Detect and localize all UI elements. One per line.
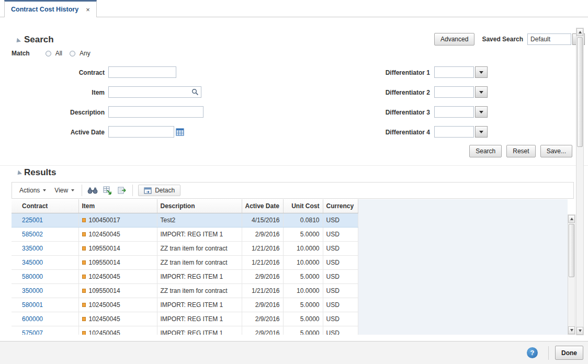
column-header-item[interactable]: Item <box>78 199 157 213</box>
differentiator-4-label: Differentiator 4 <box>352 129 430 136</box>
active-date-field-label: Active Date <box>42 129 105 136</box>
reset-button[interactable]: Reset <box>506 145 535 157</box>
contract-link[interactable]: 335000 <box>22 245 43 252</box>
advanced-button[interactable]: Advanced <box>434 33 474 46</box>
differentiator-2-combo <box>434 86 488 98</box>
item-cell: 109550014 <box>78 283 157 298</box>
table-scroll-down-button[interactable] <box>568 326 575 334</box>
contract-link[interactable]: 580000 <box>22 273 43 280</box>
differentiator-4-input[interactable] <box>434 126 474 138</box>
match-all-radio[interactable] <box>46 51 51 56</box>
chevron-down-icon <box>479 111 483 113</box>
page-scroll-down-button[interactable] <box>576 327 583 335</box>
results-section-title: Results <box>24 167 56 178</box>
query-by-example-icon[interactable] <box>85 184 100 197</box>
item-input[interactable] <box>109 87 189 97</box>
match-any-label: Any <box>80 50 91 57</box>
item-icon <box>82 232 86 236</box>
view-menu-button[interactable]: View <box>50 185 78 196</box>
page-scrollbar-thumb[interactable] <box>577 37 583 147</box>
table-scrollbar[interactable] <box>568 214 575 335</box>
tab-contract-cost-history[interactable]: Contract Cost History × <box>4 0 97 17</box>
page-scroll-up-button[interactable] <box>576 28 583 36</box>
search-actions: Search Reset Save... <box>469 145 572 157</box>
active-date-cell: 1/21/2016 <box>242 283 283 298</box>
saved-search-value[interactable]: Default <box>527 33 571 45</box>
description-cell: ZZ tran item for contract <box>157 283 242 298</box>
table-scroll-up-button[interactable] <box>568 215 575 223</box>
results-collapse-icon[interactable] <box>16 170 22 176</box>
contract-input[interactable] <box>108 66 176 78</box>
column-header-active-date[interactable]: Active Date <box>242 199 283 213</box>
toolbar-separator <box>132 185 133 196</box>
differentiator-3-input[interactable] <box>434 106 474 118</box>
description-input[interactable] <box>108 106 203 118</box>
save-button[interactable]: Save... <box>540 145 572 157</box>
contract-link[interactable]: 580001 <box>22 301 43 309</box>
calendar-icon[interactable] <box>175 127 185 137</box>
differentiator-4-combo <box>434 126 488 138</box>
currency-cell: USD <box>323 283 358 298</box>
differentiator-3-dropdown-button[interactable] <box>475 106 488 118</box>
search-header-controls: Advanced Saved Search Default <box>434 33 585 46</box>
column-header-contract[interactable]: Contract <box>12 199 78 213</box>
active-date-cell: 2/9/2016 <box>242 227 283 241</box>
contract-cell: 585002 <box>12 227 78 241</box>
differentiator-1-label: Differentiator 1 <box>352 69 430 76</box>
toolbar-separator <box>82 185 82 196</box>
differentiator-1-combo <box>434 66 488 78</box>
page-scrollbar[interactable] <box>576 28 584 335</box>
contract-link[interactable]: 350000 <box>22 287 43 294</box>
item-icon <box>82 218 86 222</box>
export-to-excel-icon[interactable] <box>100 184 115 197</box>
contract-link[interactable]: 600000 <box>22 315 43 323</box>
contract-link[interactable]: 225001 <box>22 217 43 224</box>
contract-link[interactable]: 575007 <box>22 329 43 335</box>
differentiator-4-dropdown-button[interactable] <box>475 126 488 138</box>
description-cell: IMPORT: REG ITEM 1 <box>157 312 242 326</box>
tab-close-icon[interactable]: × <box>86 6 90 13</box>
column-header-unit-cost[interactable]: Unit Cost <box>283 199 323 213</box>
contract-link[interactable]: 585002 <box>22 231 43 238</box>
actions-menu-button[interactable]: Actions <box>15 185 50 196</box>
contract-cell: 350000 <box>12 283 78 298</box>
detach-button[interactable]: Detach <box>138 185 180 196</box>
help-icon[interactable]: ? <box>527 347 538 358</box>
contract-link[interactable]: 345000 <box>22 259 43 266</box>
table-row[interactable]: 585002102450045IMPORT: REG ITEM 12/9/201… <box>12 227 358 241</box>
search-collapse-icon[interactable] <box>15 38 21 44</box>
table-row[interactable]: 580000102450045IMPORT: REG ITEM 12/9/201… <box>12 269 358 283</box>
differentiator-1-dropdown-button[interactable] <box>475 66 488 78</box>
column-header-currency[interactable]: Currency <box>323 199 358 213</box>
export-icon[interactable] <box>115 184 129 197</box>
currency-cell: USD <box>323 213 358 227</box>
unit-cost-cell: 10.0000 <box>283 255 323 269</box>
done-button[interactable]: Done <box>555 346 583 360</box>
active-date-cell: 1/21/2016 <box>242 241 283 255</box>
match-any-radio[interactable] <box>70 51 75 56</box>
active-date-cell: 2/9/2016 <box>242 326 283 335</box>
currency-cell: USD <box>323 326 358 335</box>
table-row[interactable]: 225001100450017Test24/15/20160.0810USD <box>12 213 358 227</box>
differentiator-2-input[interactable] <box>434 86 474 98</box>
active-date-input[interactable] <box>108 126 174 138</box>
item-search-icon[interactable] <box>189 87 201 97</box>
unit-cost-cell: 10.0000 <box>283 283 323 298</box>
differentiator-2-dropdown-button[interactable] <box>475 86 488 98</box>
item-cell: 102450045 <box>78 298 157 312</box>
table-scrollbar-thumb[interactable] <box>569 224 574 277</box>
item-icon <box>82 260 86 265</box>
description-cell: IMPORT: REG ITEM 1 <box>157 227 242 241</box>
unit-cost-cell: 5.0000 <box>283 298 323 312</box>
table-row[interactable]: 350000109550014ZZ tran item for contract… <box>12 283 358 298</box>
table-row[interactable]: 575007102450045IMPORT: REG ITEM 12/9/201… <box>12 326 358 335</box>
chevron-down-icon <box>71 189 74 191</box>
table-row[interactable]: 335000109550014ZZ tran item for contract… <box>12 241 358 255</box>
column-header-description[interactable]: Description <box>157 199 242 213</box>
table-row[interactable]: 600000102450045IMPORT: REG ITEM 12/9/201… <box>12 312 358 326</box>
table-row[interactable]: 580001102450045IMPORT: REG ITEM 12/9/201… <box>12 298 358 312</box>
differentiator-1-input[interactable] <box>434 66 474 78</box>
table-row[interactable]: 345000109550014ZZ tran item for contract… <box>12 255 358 269</box>
tab-bar: Contract Cost History × <box>0 0 588 17</box>
search-button[interactable]: Search <box>469 145 502 157</box>
